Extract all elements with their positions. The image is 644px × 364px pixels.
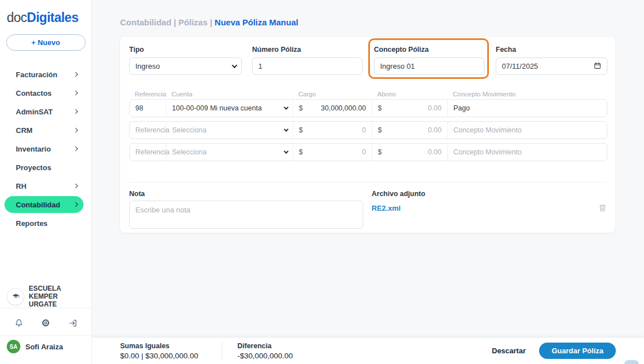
- table-row: Referencia Selecciona $ 0 $ 0.00 Concept…: [129, 143, 607, 161]
- organization-name: ESCUELA KEMPER URGATE: [29, 285, 87, 308]
- sidebar-item-reportes[interactable]: Reportes: [5, 215, 83, 232]
- concepto-movimiento-input[interactable]: Concepto Movimiento: [448, 144, 607, 161]
- chevron-down-icon: [284, 127, 288, 131]
- referencia-input[interactable]: 98: [130, 100, 166, 117]
- concepto-poliza-input[interactable]: [374, 57, 484, 75]
- abono-input[interactable]: $ 0.00: [372, 100, 448, 117]
- breadcrumb-trail[interactable]: Contabilidad | Pólizas |: [120, 17, 215, 27]
- descartar-button[interactable]: Descartar: [492, 347, 526, 355]
- sumas-iguales-value: $0.00 | $30,000,000.00: [120, 352, 222, 360]
- numero-poliza-input[interactable]: [252, 57, 363, 75]
- currency-symbol: $: [299, 126, 303, 134]
- sidebar-item-rh[interactable]: RH: [5, 177, 83, 194]
- cuenta-select[interactable]: Selecciona: [166, 122, 293, 139]
- concepto-placeholder: Concepto Movimiento: [453, 126, 522, 134]
- cuenta-placeholder: Selecciona: [172, 126, 206, 134]
- calendar-icon: [594, 62, 601, 71]
- logout-icon[interactable]: [68, 318, 78, 328]
- tipo-select[interactable]: Ingreso: [129, 57, 242, 75]
- attachment-file-link[interactable]: RE2.xml: [372, 204, 400, 212]
- tipo-value: Ingreso: [135, 62, 160, 70]
- numero-poliza-label: Número Póliza: [252, 46, 363, 54]
- table-row: 98 100-00-009 Mi nueva cuenta $ 30,000,0…: [129, 99, 607, 117]
- guardar-poliza-button[interactable]: Guardar Póliza: [539, 343, 616, 359]
- archivo-adjunto-label: Archivo adjunto: [372, 190, 425, 198]
- fecha-label: Fecha: [496, 46, 607, 54]
- sidebar-item-proyectos[interactable]: Proyectos: [5, 159, 83, 176]
- sidebar-item-label: Reportes: [16, 219, 47, 228]
- sidebar-item-label: Inventario: [16, 145, 51, 153]
- sumas-iguales-block: Sumas Iguales $0.00 | $30,000,000.00: [92, 342, 222, 360]
- user-profile[interactable]: SA Sofi Araiza: [7, 340, 63, 353]
- user-name: Sofi Araiza: [25, 343, 63, 351]
- sidebar-item-label: Proyectos: [16, 163, 51, 172]
- chevron-right-icon: [73, 128, 78, 132]
- col-header-cuenta: Cuenta: [166, 91, 293, 97]
- chevron-down-icon: [284, 105, 288, 109]
- currency-symbol: $: [299, 148, 303, 156]
- abono-input[interactable]: $ 0.00: [372, 122, 448, 139]
- footer-bar: Sumas Iguales $0.00 | $30,000,000.00 Dif…: [92, 337, 644, 364]
- chevron-right-icon: [73, 72, 78, 77]
- organization-account[interactable]: ESCUELA KEMPER URGATE: [7, 285, 87, 308]
- sidebar-item-crm[interactable]: CRM: [5, 122, 83, 139]
- sidebar-item-facturacion[interactable]: Facturación: [5, 66, 83, 83]
- app-root: docDigitales + Nuevo Facturación Contact…: [0, 0, 644, 364]
- col-header-referencia: Referencia: [129, 91, 166, 97]
- sidebar-item-inventario[interactable]: Inventario: [5, 140, 83, 157]
- chevron-down-icon: [232, 63, 237, 68]
- currency-symbol: $: [299, 104, 303, 112]
- field-concepto-poliza: Concepto Póliza: [374, 46, 484, 75]
- logo-suffix: Digitales: [27, 10, 78, 25]
- sidebar: docDigitales + Nuevo Facturación Contact…: [0, 0, 92, 364]
- fecha-value: 07/11/2025: [502, 62, 538, 70]
- concepto-placeholder: Concepto Movimiento: [453, 148, 522, 156]
- field-numero-poliza: Número Póliza: [252, 46, 363, 75]
- concepto-movimiento-input[interactable]: Concepto Movimiento: [448, 122, 607, 139]
- referencia-input[interactable]: Referencia: [130, 144, 166, 161]
- cargo-input[interactable]: $ 30,000,000.00: [293, 100, 372, 117]
- chat-widget-partial[interactable]: [624, 360, 639, 364]
- sidebar-item-label: RH: [16, 182, 27, 190]
- gear-icon[interactable]: [41, 318, 51, 328]
- chevron-right-icon: [73, 184, 78, 188]
- cargo-value: 30,000,000.00: [321, 104, 366, 112]
- sidebar-item-adminsat[interactable]: AdminSAT: [5, 103, 83, 120]
- graduation-cap-icon: [11, 291, 21, 301]
- cuenta-placeholder: Selecciona: [172, 148, 206, 156]
- abono-placeholder: 0.00: [428, 126, 442, 134]
- divider: [129, 182, 606, 183]
- referencia-placeholder: Referencia: [135, 148, 169, 156]
- sidebar-item-label: Contactos: [16, 89, 52, 97]
- referencia-input[interactable]: Referencia: [130, 122, 166, 139]
- sidebar-item-label: AdminSAT: [16, 108, 52, 116]
- concepto-movimiento-input[interactable]: Pago: [448, 100, 607, 117]
- abono-input[interactable]: $ 0.00: [372, 144, 448, 161]
- app-logo[interactable]: docDigitales: [7, 10, 91, 25]
- attachment-row: RE2.xml: [372, 203, 607, 212]
- sidebar-item-label: CRM: [16, 126, 33, 135]
- cargo-input[interactable]: $ 0: [293, 122, 372, 139]
- new-button[interactable]: + Nuevo: [6, 34, 86, 51]
- chevron-right-icon: [73, 91, 78, 95]
- bell-icon[interactable]: [14, 318, 24, 328]
- poliza-form-card: Tipo Ingreso Número Póliza Concepto Póli…: [120, 36, 616, 233]
- fecha-input[interactable]: 07/11/2025: [496, 57, 607, 75]
- trash-icon[interactable]: [598, 203, 607, 212]
- nota-textarea[interactable]: [129, 201, 363, 229]
- cargo-input[interactable]: $ 0: [293, 144, 372, 161]
- col-header-concepto-movimiento: Concepto Movimiento: [447, 91, 607, 97]
- sidebar-item-contactos[interactable]: Contactos: [5, 85, 83, 101]
- cuenta-select[interactable]: 100-00-009 Mi nueva cuenta: [166, 100, 293, 117]
- tipo-label: Tipo: [129, 46, 242, 54]
- cuenta-select[interactable]: Selecciona: [166, 144, 293, 161]
- footer-actions: Descartar Guardar Póliza: [492, 343, 644, 359]
- abono-value: 0.00: [428, 104, 442, 112]
- user-avatar: SA: [7, 340, 20, 353]
- field-fecha: Fecha 07/11/2025: [496, 46, 607, 75]
- logo-prefix: doc: [7, 10, 27, 25]
- concepto-poliza-label: Concepto Póliza: [374, 46, 484, 54]
- sidebar-item-contabilidad[interactable]: Contabilidad: [5, 196, 83, 213]
- divider: [0, 308, 91, 308]
- chevron-down-icon: [284, 149, 288, 153]
